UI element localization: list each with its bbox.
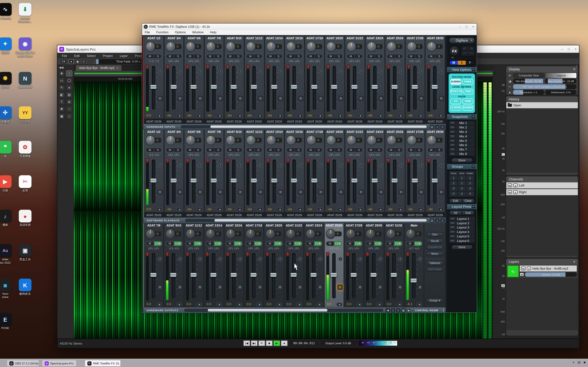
tray-icon[interactable]: ∧ xyxy=(572,361,575,364)
tool-icon[interactable]: ◔ xyxy=(66,106,72,112)
fader-track[interactable] xyxy=(373,66,376,110)
fader-track[interactable] xyxy=(272,66,276,110)
fader-track[interactable] xyxy=(393,66,397,110)
solo-button[interactable]: S xyxy=(295,54,302,58)
routing-target[interactable]: ADAT 25/26 xyxy=(365,119,385,124)
settings-wrench-icon[interactable]: ⚙ xyxy=(318,284,323,290)
pan-knob[interactable] xyxy=(286,229,295,239)
settings-wrench-icon[interactable]: ⚙ xyxy=(357,284,363,290)
snapshot-row[interactable]: Mix 2 xyxy=(449,125,475,130)
channel-strip[interactable]: ADAT 15/160MCUEUFL UFLT⚙0.0◀ xyxy=(224,223,244,308)
settings-wrench-icon[interactable]: ⚙ xyxy=(297,284,303,290)
bar-icon[interactable]: 2 xyxy=(440,218,445,222)
channel-strip[interactable]: ADAT 17/180MSUFL UFLT⚙-oo◀ADAT 25/26 xyxy=(305,36,324,124)
fader-track[interactable] xyxy=(332,253,336,299)
mute-button[interactable]: M xyxy=(166,148,174,152)
mute-button[interactable]: M xyxy=(247,148,255,152)
layout-row[interactable]: Layout 5 xyxy=(449,234,475,239)
trim-button[interactable]: T xyxy=(239,163,243,167)
desktop-icon[interactable]: Au xyxy=(0,244,12,257)
fader-cap[interactable] xyxy=(351,85,357,89)
cue-button[interactable]: CUE xyxy=(374,242,382,246)
snapshot-select-button[interactable] xyxy=(450,152,455,155)
collapse-arrow-icon[interactable]: ◀ xyxy=(317,114,323,117)
settings-wrench-icon[interactable]: ⚙ xyxy=(378,189,384,195)
trim-button[interactable]: T xyxy=(358,257,362,261)
fader-cap[interactable] xyxy=(432,179,438,183)
pan-knob[interactable] xyxy=(367,135,376,145)
trim-button[interactable]: T xyxy=(419,163,424,167)
trim-button[interactable]: T xyxy=(238,257,242,261)
mute-button[interactable]: M xyxy=(266,242,274,246)
layer-volume-slider[interactable]: Volume: 0.0 dB xyxy=(525,272,577,277)
fader-track[interactable] xyxy=(272,253,276,299)
settings-wrench-icon[interactable]: ⚙ xyxy=(338,96,344,101)
layout-select-button[interactable] xyxy=(450,230,455,234)
pan-knob[interactable] xyxy=(406,229,415,239)
solo-button[interactable]: S xyxy=(214,148,222,152)
snapshot-select-button[interactable] xyxy=(450,121,455,125)
settings-wrench-icon[interactable]: ⚙ xyxy=(358,96,363,101)
collapse-arrow-icon[interactable]: ◀ xyxy=(196,208,202,211)
channel-strip[interactable]: ADAT 11/120MCUEUFL UFLT⚙0.0◀ xyxy=(184,223,204,308)
trim-button[interactable]: T xyxy=(178,70,182,74)
pan-knob[interactable] xyxy=(266,229,275,239)
settings-wrench-icon[interactable]: ⚙ xyxy=(417,284,423,290)
routing-target[interactable]: ADAT 25/26 xyxy=(425,119,445,124)
minimize-icon[interactable]: – xyxy=(559,47,566,51)
desktop-icon[interactable]: ∿ xyxy=(0,3,12,16)
collapse-arrow-icon[interactable]: ◀ xyxy=(416,303,422,306)
channel-strip[interactable]: ADAT 27/280MSUFL UFLT⚙-oo◀ADAT 25/26 xyxy=(405,36,425,124)
group-cell[interactable]: 4 xyxy=(458,192,466,196)
stop-button[interactable]: ■ xyxy=(266,341,273,346)
collapse-arrow-icon[interactable]: ◀ xyxy=(196,114,202,117)
solo-button[interactable]: S xyxy=(154,54,162,58)
control-room-bar[interactable]: ▶ CONTROL ROOM xyxy=(406,308,445,313)
fader-cap[interactable] xyxy=(291,179,297,183)
fader-cap[interactable] xyxy=(190,85,197,89)
trim-button[interactable]: T xyxy=(259,163,263,167)
pan-knob[interactable] xyxy=(286,42,296,52)
collapse-arrow-icon[interactable]: ◀ xyxy=(257,114,263,117)
pan-knob[interactable] xyxy=(146,135,155,145)
channel-strip[interactable]: ADAT 23/240MSUFL UFLT⚙-oo◀ADAT 25/26 xyxy=(365,36,385,124)
control-room-play-icon[interactable]: ▶ xyxy=(408,308,410,312)
fader-track[interactable] xyxy=(412,253,415,299)
channel-strip[interactable]: ADAT 27/280MSUFL UFLT⚙-oo◀ADAT 25/26 xyxy=(405,130,425,218)
bar-icon[interactable]: ▤ xyxy=(430,218,434,222)
loop-button[interactable]: ↻ xyxy=(259,341,265,346)
fader-cap[interactable] xyxy=(270,273,277,277)
collapse-arrow-icon[interactable]: ◀ xyxy=(377,114,383,117)
settings-wrench-icon[interactable]: ⚙ xyxy=(237,284,243,290)
routing-target[interactable]: ADAT 25/26 xyxy=(385,212,405,218)
pan-knob[interactable] xyxy=(326,135,336,145)
desktop-icon[interactable]: ✺ xyxy=(0,72,12,85)
channel-strip[interactable]: ADAT 21/220MCUEUFL UFLT⚙0.0◀ xyxy=(284,223,304,308)
view-options-header[interactable]: View Options▾ xyxy=(447,67,476,72)
solo-button[interactable]: S xyxy=(375,54,383,58)
channel-strip[interactable]: ADAT 21/220MSUFL UFLT⚙-oo◀ADAT 25/26 xyxy=(345,36,365,124)
layer-row[interactable]: m s Hello Bye Bye - 9m88.mp3 xyxy=(520,266,577,272)
desktop-icon[interactable]: ✣ xyxy=(0,106,12,119)
rms-button[interactable]: RMS xyxy=(463,89,473,94)
settings-wrench-icon[interactable]: ⚙ xyxy=(398,284,403,290)
selection-tool-dropdown[interactable]: I ▾ xyxy=(60,59,67,64)
fader-cap[interactable] xyxy=(171,179,176,183)
trim-button[interactable]: T xyxy=(319,70,323,74)
solo-button[interactable]: S xyxy=(275,148,282,152)
fader-cap[interactable] xyxy=(391,273,397,277)
menu-item-help[interactable]: Help xyxy=(210,30,216,34)
trim-button[interactable]: T xyxy=(299,163,303,167)
collapse-arrow-icon[interactable]: ◀ xyxy=(296,303,302,306)
settings-wrench-icon[interactable]: ⚙ xyxy=(338,189,344,195)
solo-button[interactable]: S xyxy=(174,148,182,152)
fader-cap[interactable] xyxy=(391,85,398,89)
channel-row-right[interactable]: msRight xyxy=(506,189,578,195)
mute-button[interactable]: M xyxy=(246,242,254,246)
desktop-icon[interactable]: ⬇ xyxy=(19,3,32,16)
desktop-icon[interactable]: ♪ xyxy=(0,210,12,222)
fader-track[interactable] xyxy=(252,253,255,299)
routing-target[interactable]: ADAT 25/26 xyxy=(325,119,345,124)
postfx-button[interactable]: POST FX xyxy=(450,89,462,94)
trim-button[interactable]: T xyxy=(279,70,283,74)
